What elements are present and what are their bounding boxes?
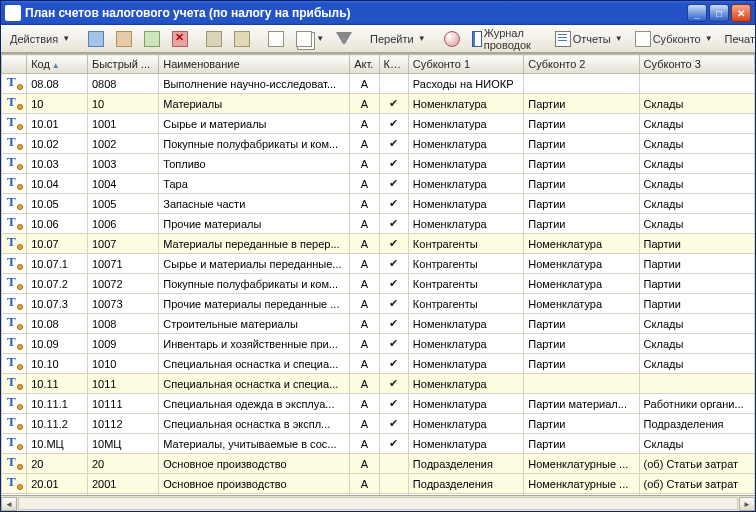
account-row-icon: T (7, 116, 21, 129)
table-row[interactable]: T10.061006Прочие материалыА✔Номенклатура… (2, 214, 755, 234)
table-row[interactable]: T20.012001Основное производствоАПодразде… (2, 474, 755, 494)
table-row[interactable]: T10.031003ТопливоА✔НоменклатураПартииСкл… (2, 154, 755, 174)
account-row-icon: T (7, 356, 21, 369)
table-row[interactable]: T10.11.210112Специальная оснастка в эксп… (2, 414, 755, 434)
actions-menu[interactable]: Действия▼ (5, 28, 75, 50)
maximize-button[interactable]: □ (709, 4, 729, 22)
horizontal-scrollbar[interactable]: ◄ ► (1, 495, 755, 511)
table-row[interactable]: T10.051005Запасные частиА✔НоменклатураПа… (2, 194, 755, 214)
copy-button[interactable]: ▼ (291, 28, 329, 50)
col-fast-header[interactable]: Быстрый ... (87, 55, 158, 74)
col-sub1-header[interactable]: Субконто 1 (408, 55, 523, 74)
cell-kol: ✔ (379, 234, 408, 254)
table-row[interactable]: T10.081008Строительные материалыА✔Номенк… (2, 314, 755, 334)
minimize-button[interactable]: _ (687, 4, 707, 22)
cell-fast: 1001 (87, 114, 158, 134)
cell-sub3: Склады (639, 94, 754, 114)
table-row[interactable]: T08.080808Выполнение научно-исследоват..… (2, 74, 755, 94)
cell-code: 10.10 (27, 354, 88, 374)
refresh-button[interactable] (439, 28, 465, 50)
col-icon-header[interactable] (2, 55, 27, 74)
col-act-header[interactable]: Акт. (350, 55, 379, 74)
table-row[interactable]: T10.07.310073Прочие материалы переданные… (2, 294, 755, 314)
cell-kol: ✔ (379, 194, 408, 214)
table-row[interactable]: T10.021002Покупные полуфабрикаты и ком..… (2, 134, 755, 154)
cell-sub3: (об) Статьи затрат (639, 474, 754, 494)
col-code-header[interactable]: Код▲ (27, 55, 88, 74)
cell-sub1: Номенклатура (408, 314, 523, 334)
cell-code: 10.02 (27, 134, 88, 154)
add-group-button[interactable] (111, 28, 137, 50)
cell-sub3: (об) Статьи затрат (639, 494, 754, 496)
cell-kol: ✔ (379, 214, 408, 234)
table-row[interactable]: T10.МЦ10МЦМатериалы, учитываемые в сос..… (2, 434, 755, 454)
journal-button[interactable]: Журнал проводок (467, 28, 542, 50)
cell-sub2: Номенклатура (524, 294, 639, 314)
cell-kol: ✔ (379, 374, 408, 394)
cell-code: 10.06 (27, 214, 88, 234)
cell-fast: 10112 (87, 414, 158, 434)
account-row-icon: T (7, 336, 21, 349)
table-row[interactable]: T2020Основное производствоАПодразделения… (2, 454, 755, 474)
reports-menu[interactable]: Отчеты▼ (550, 28, 628, 50)
accounts-table[interactable]: Код▲ Быстрый ... Наименование Акт. Кол. … (1, 54, 755, 495)
edit-button[interactable] (139, 28, 165, 50)
table-row[interactable]: T20.01.120011Прямые расходы основного пр… (2, 494, 755, 496)
close-button[interactable]: ✕ (731, 4, 751, 22)
delete-button[interactable] (167, 28, 193, 50)
filter-button[interactable] (331, 28, 357, 50)
table-row[interactable]: T10.111011Специальная оснастка и специа.… (2, 374, 755, 394)
cell-name: Сырье и материалы (159, 114, 350, 134)
account-row-icon: T (7, 96, 21, 109)
cell-sub3: Склады (639, 154, 754, 174)
col-sub3-header[interactable]: Субконто 3 (639, 55, 754, 74)
cell-name: Специальная оснастка в экспл... (159, 414, 350, 434)
table-row[interactable]: T10.091009Инвентарь и хозяйственные при.… (2, 334, 755, 354)
cell-name: Топливо (159, 154, 350, 174)
cell-sub3: Склады (639, 174, 754, 194)
col-kol-header[interactable]: Кол. (379, 55, 408, 74)
cell-sub2: Номенклатура (524, 254, 639, 274)
cell-name: Прочие материалы (159, 214, 350, 234)
cell-sub1: Номенклатура (408, 434, 523, 454)
table-row[interactable]: T10.11.110111Специальная одежда в эксплу… (2, 394, 755, 414)
table-row[interactable]: T10.07.110071Сырье и материалы переданны… (2, 254, 755, 274)
cell-kol: ✔ (379, 254, 408, 274)
move-button[interactable] (229, 28, 255, 50)
table-row[interactable]: T1010МатериалыА✔НоменклатураПартииСклады (2, 94, 755, 114)
cell-sub1: Номенклатура (408, 94, 523, 114)
titlebar[interactable]: План счетов налогового учета (по налогу … (1, 1, 755, 25)
table-row[interactable]: T10.041004ТараА✔НоменклатураПартииСклады (2, 174, 755, 194)
cell-code: 10.11.2 (27, 414, 88, 434)
cell-sub2: Номенклатурные ... (524, 454, 639, 474)
cell-name: Строительные материалы (159, 314, 350, 334)
cell-sub2: Партии (524, 194, 639, 214)
scroll-left-button[interactable]: ◄ (1, 497, 17, 511)
hierarchy-button[interactable] (201, 28, 227, 50)
cell-sub1: Подразделения (408, 494, 523, 496)
window-title: План счетов налогового учета (по налогу … (25, 6, 687, 20)
cell-act: А (350, 274, 379, 294)
print-menu[interactable]: Печать▼ (720, 28, 756, 50)
add-button[interactable] (83, 28, 109, 50)
table-header-row[interactable]: Код▲ Быстрый ... Наименование Акт. Кол. … (2, 55, 755, 74)
col-sub2-header[interactable]: Субконто 2 (524, 55, 639, 74)
col-name-header[interactable]: Наименование (159, 55, 350, 74)
cell-fast: 10071 (87, 254, 158, 274)
table-row[interactable]: T10.011001Сырье и материалыА✔Номенклатур… (2, 114, 755, 134)
cell-fast: 10111 (87, 394, 158, 414)
cell-sub2: Номенклатура (524, 234, 639, 254)
cell-act: А (350, 114, 379, 134)
subconto-menu[interactable]: Субконто▼ (630, 28, 718, 50)
goto-menu[interactable]: Перейти▼ (365, 28, 431, 50)
table-row[interactable]: T10.071007Материалы переданные в перер..… (2, 234, 755, 254)
scroll-track[interactable] (18, 497, 738, 510)
cell-kol: ✔ (379, 114, 408, 134)
scroll-right-button[interactable]: ► (739, 497, 755, 511)
cell-fast: 1010 (87, 354, 158, 374)
grid-area[interactable]: Код▲ Быстрый ... Наименование Акт. Кол. … (1, 53, 755, 495)
cell-sub1: Номенклатура (408, 354, 523, 374)
doc-button[interactable] (263, 28, 289, 50)
table-row[interactable]: T10.07.210072Покупные полуфабрикаты и ко… (2, 274, 755, 294)
table-row[interactable]: T10.101010Специальная оснастка и специа.… (2, 354, 755, 374)
